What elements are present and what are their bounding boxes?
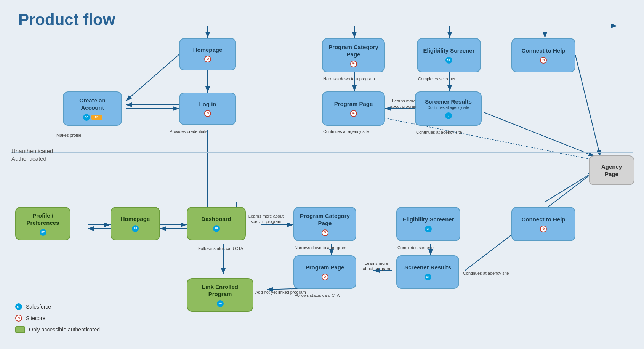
forgerock-badge-create-account: FR [91,115,102,120]
narrows-down-label: Narrows down to a program [323,76,375,82]
legend-sitecore-label: Sitecore [26,315,45,321]
salesforce-badge-homepage-auth: SF [132,225,139,232]
homepage-unauth-node: Homepage ⊙ [179,38,236,70]
homepage-auth-node: Homepage SF [111,207,160,240]
dashboard-label: Dashboard [201,215,231,223]
legend: SF Salesforce ⊙ Sitecore Only accessible… [15,303,100,338]
connect-to-help-auth-label: Connect to Help [522,216,566,223]
sitecore-badge-connect-auth: ⊙ [540,226,547,232]
continues-agency-screener-label: Continues at agency site [416,130,462,135]
sitecore-badge-prog-page-auth: ⊙ [322,274,328,280]
login-label: Log in [199,101,216,108]
program-page-unauth-node: Program Page ⊙ [322,91,385,126]
program-category-auth-label: Program Category Page [299,212,351,227]
makes-profile-label: Makes profile [56,133,81,138]
profile-preferences-label: Profile / Preferences [21,212,65,227]
screener-results-auth-node: Screener Results SF [396,255,459,289]
program-category-unauth-node: Program Category Page ⊙ [322,38,385,72]
create-account-label: Create an Account [68,97,117,112]
eligibility-screener-unauth-node: Eligibility Screener SF [417,38,481,72]
unauthenticated-label: Unauthenticated [11,148,53,154]
login-node: Log in ⊙ [179,93,236,125]
add-not-linked-label: Add not-yet-linked program [255,290,306,295]
link-enrolled-label: Link Enrolled Program [192,283,248,298]
create-account-node: Create an Account SF FR [63,91,122,126]
sitecore-badge-prog-page-unauth: ⊙ [350,110,357,117]
salesforce-badge-screener-unauth: SF [445,57,452,64]
salesforce-badge-profile: SF [40,229,46,236]
screener-results-auth-label: Screener Results [404,264,451,271]
salesforce-badge-screener-auth: SF [425,226,432,232]
completes-screener-auth-label: Completes screener [397,245,435,250]
connect-to-help-auth-node: Connect to Help ⊙ [511,207,575,241]
screener-results-unauth-label: Screener Results [425,98,472,106]
authenticated-label: Authenticated [11,155,46,162]
svg-line-30 [575,55,600,156]
screener-results-unauth-node: Screener Results Continues at agency sit… [415,91,482,126]
program-category-unauth-label: Program Category Page [327,43,380,58]
agency-page-label: Agency Page [594,163,629,178]
legend-authenticated-only: Only accessible authenticated [15,326,100,333]
sitecore-badge-homepage-unauth: ⊙ [204,56,211,62]
salesforce-badge-link-enrolled: SF [217,300,224,307]
legend-auth-only-label: Only accessible authenticated [29,327,100,333]
provides-credentials-label: Provides credentials [170,129,207,134]
program-page-auth-label: Program Page [306,264,344,271]
homepage-unauth-label: Homepage [193,46,223,54]
salesforce-badge-screener-results-unauth: SF [445,112,452,119]
dashboard-node: Dashboard SF [187,207,246,240]
continues-agency-auth-label: Continues at agency site [463,271,509,276]
eligibility-screener-auth-node: Eligibility Screener SF [396,207,460,241]
narrows-down-auth-label: Narrows down to a program [295,245,346,250]
continues-agency-label: Continues at agency site [323,129,369,134]
program-page-auth-node: Program Page ⊙ [293,255,356,289]
screener-results-unauth-sublabel: Continues at agency site [428,105,469,110]
svg-line-29 [545,171,594,202]
sitecore-badge-login: ⊙ [204,110,211,117]
legend-salesforce: SF Salesforce [15,303,100,310]
unauthenticated-divider [11,152,633,153]
learns-more-auth-label: Learns more about program [361,261,392,272]
eligibility-screener-unauth-label: Eligibility Screener [423,47,474,54]
salesforce-badge-dashboard: SF [213,225,220,232]
homepage-auth-label: Homepage [121,215,150,223]
learns-more-unauth-label: Learns more about program [389,98,419,109]
profile-preferences-node: Profile / Preferences SF [15,207,70,240]
program-page-unauth-label: Program Page [334,100,373,108]
link-enrolled-node: Link Enrolled Program SF [187,278,253,312]
svg-line-31 [385,118,594,160]
salesforce-badge-screener-results-auth: SF [425,274,431,280]
svg-line-7 [126,54,179,101]
connect-to-help-unauth-label: Connect to Help [522,47,566,54]
salesforce-badge-create-account: SF [83,114,90,121]
sitecore-badge-connect-unauth: ⊙ [540,57,547,64]
follows-cta-dashboard-label: Follows status card CTA [198,246,243,251]
page-title: Product flow [18,11,115,29]
learns-more-specific-label: Learns more about specific program [247,213,285,224]
connect-to-help-unauth-node: Connect to Help ⊙ [511,38,575,72]
legend-sitecore-icon: ⊙ [15,315,22,322]
legend-salesforce-icon: SF [15,303,22,310]
program-category-auth-node: Program Category Page ⊙ [293,207,356,241]
eligibility-screener-auth-label: Eligibility Screener [402,216,454,223]
agency-page-node: Agency Page [589,155,634,185]
legend-salesforce-label: Salesforce [26,304,51,310]
sitecore-badge-prog-cat-unauth: ⊙ [350,61,357,67]
legend-auth-only-box [15,326,25,333]
svg-line-12 [484,112,594,156]
sitecore-badge-prog-cat-auth: ⊙ [322,229,328,236]
completes-screener-label: Completes screener [418,76,455,82]
legend-sitecore: ⊙ Sitecore [15,315,100,322]
